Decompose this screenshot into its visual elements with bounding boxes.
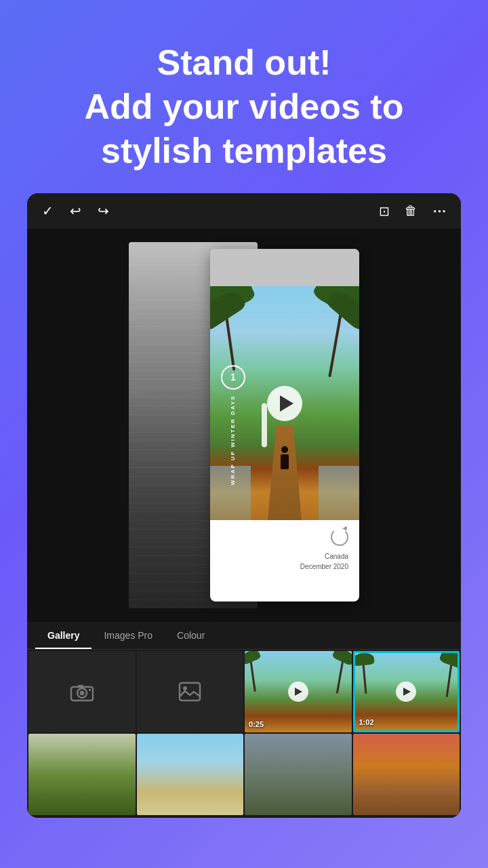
person-figure	[281, 446, 289, 469]
media-row-1: 0:25 1:02	[27, 650, 461, 732]
toolbar-right: ⊡ 🗑 ⋯	[379, 203, 446, 219]
media-cell-5[interactable]	[28, 734, 136, 815]
rotate-icon[interactable]	[331, 528, 348, 546]
media-row-2	[27, 732, 461, 818]
template-vertical-text: WRAP UP WINTER DAYS	[229, 395, 238, 485]
headline: Stand out! Add your videos to stylish te…	[54, 41, 434, 173]
svg-rect-3	[78, 685, 83, 688]
card-header	[210, 249, 359, 286]
template-label: 1 WRAP UP WINTER DAYS	[221, 365, 245, 485]
play-overlay-small-3	[288, 682, 308, 702]
video-duration-4: 1:02	[359, 718, 374, 726]
tab-colour[interactable]: Colour	[165, 622, 217, 649]
editor-toolbar: ✓ ↩ ↪ ⊡ 🗑 ⋯	[27, 193, 461, 229]
media-cell-8[interactable]	[353, 734, 460, 815]
header-section: Stand out! Add your videos to stylish te…	[0, 0, 488, 193]
headline-line1: Stand out!	[157, 43, 331, 82]
gallery-cell[interactable]	[137, 651, 244, 732]
tab-bar: Gallery Images Pro Colour	[27, 622, 461, 650]
canvas-area: 1 WRAP UP WINTER DAYS	[27, 229, 461, 622]
toolbar-left: ✓ ↩ ↪	[42, 203, 109, 219]
delete-icon[interactable]: 🗑	[405, 203, 418, 218]
svg-point-6	[183, 686, 187, 690]
camera-icon	[70, 682, 94, 702]
redo-icon[interactable]: ↪	[98, 203, 109, 219]
media-cell-7[interactable]	[245, 734, 352, 815]
headline-line2: Add your videos to	[85, 87, 404, 126]
bottom-panel: Gallery Images Pro Colour	[27, 622, 461, 818]
card-location: Canada December 2020	[300, 551, 348, 572]
svg-rect-4	[89, 689, 91, 691]
svg-rect-5	[180, 683, 200, 701]
play-button[interactable]	[267, 386, 302, 421]
tab-images-pro[interactable]: Images Pro	[92, 622, 165, 649]
headline-line3: stylish templates	[101, 131, 387, 170]
drag-handle[interactable]	[262, 403, 267, 448]
media-cell-4-selected[interactable]: 1:02	[353, 651, 460, 732]
crop-icon[interactable]: ⊡	[379, 203, 390, 219]
editor-panel: ✓ ↩ ↪ ⊡ 🗑 ⋯ 1 WRAP UP WINTER DAYS	[27, 193, 461, 818]
media-cell-6[interactable]	[137, 734, 244, 815]
video-duration-3: 0:25	[249, 720, 264, 728]
play-overlay-small-4	[396, 682, 416, 702]
camera-cell[interactable]	[28, 651, 136, 732]
template-number-circle: 1	[221, 365, 245, 389]
template-mockup: 1 WRAP UP WINTER DAYS	[129, 242, 359, 608]
more-icon[interactable]: ⋯	[432, 203, 446, 219]
svg-point-2	[79, 691, 84, 696]
card-bottom: Canada December 2020	[210, 520, 359, 578]
image-icon	[178, 682, 201, 702]
tab-gallery[interactable]: Gallery	[35, 622, 92, 649]
check-icon[interactable]: ✓	[42, 203, 54, 219]
undo-icon[interactable]: ↩	[70, 203, 81, 219]
media-cell-3[interactable]: 0:25	[245, 651, 352, 732]
